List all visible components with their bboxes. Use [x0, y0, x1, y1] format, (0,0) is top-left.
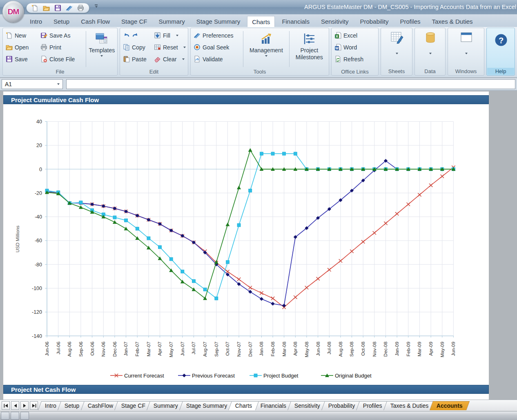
ribbon-tab-bar: IntroSetupCash FlowStage CFSummaryStage …	[0, 14, 517, 27]
cumulative-cash-flow-chart: 40200-20-40-60-80-100-120-140Jun-06Jul-0…	[3, 105, 489, 384]
sheet-tab-charts[interactable]: Charts	[228, 401, 259, 410]
clear-dropdown-icon	[182, 58, 185, 60]
ribbon-tab-stage-cf[interactable]: Stage CF	[117, 16, 152, 27]
new-document-icon[interactable]	[31, 4, 38, 11]
ribbon-tab-charts[interactable]: Charts	[247, 16, 275, 27]
y-axis-tick-label: 40	[36, 119, 42, 125]
goal-seek-button[interactable]: Goal Seek	[192, 41, 242, 53]
x-axis-tick-label: Dec-07	[248, 342, 253, 357]
validate-button[interactable]: Validate	[192, 53, 242, 65]
redo-icon[interactable]	[132, 32, 139, 39]
customize-quick-access-icon[interactable]	[95, 4, 98, 8]
view-mode-button-2[interactable]	[11, 412, 19, 420]
x-axis-tick-label: Jul-07	[191, 342, 196, 354]
help-button[interactable]: ? Help	[486, 28, 515, 76]
name-box-dropdown-icon	[57, 83, 60, 85]
reset-icon	[154, 44, 161, 51]
svg-text:Original Budget: Original Budget	[335, 373, 372, 379]
windows-button[interactable]: Windows	[448, 28, 484, 76]
undo-icon[interactable]	[123, 32, 130, 39]
excel-button[interactable]: XExcel	[333, 29, 377, 41]
new-document-icon	[6, 32, 13, 39]
view-mode-button-1[interactable]	[1, 412, 9, 420]
x-axis-tick-label: Jan-07	[124, 342, 129, 356]
ribbon-tab-cash-flow[interactable]: Cash Flow	[76, 16, 114, 27]
y-axis-tick-label: -20	[35, 190, 42, 196]
paste-button[interactable]: Paste	[122, 53, 153, 65]
ribbon-tab-probability[interactable]: Probability	[355, 16, 393, 27]
ribbon-tab-setup[interactable]: Setup	[49, 16, 74, 27]
sheet-tab-accounts[interactable]: Accounts	[430, 401, 470, 410]
sheet-tab-sensitivity[interactable]: Sensitivity	[287, 401, 327, 410]
clear-button[interactable]: Clear	[153, 53, 187, 65]
print-icon[interactable]	[77, 4, 84, 11]
ribbon-tab-sensitivity[interactable]: Sensitivity	[316, 16, 353, 27]
management-button[interactable]: Management	[245, 29, 287, 69]
name-box[interactable]: A1	[2, 79, 63, 89]
copy-button[interactable]: Copy	[122, 41, 153, 53]
word-button[interactable]: WWord	[333, 41, 377, 53]
open-icon[interactable]	[43, 4, 50, 11]
save-button[interactable]: Save	[4, 53, 39, 65]
x-axis-tick-label: Nov-07	[236, 342, 241, 357]
x-axis-tick-label: Jun-06	[45, 342, 49, 356]
sheet-tab-probability[interactable]: Probability	[321, 401, 362, 410]
ribbon-tab-profiles[interactable]: Profiles	[395, 16, 425, 27]
print-button[interactable]: Print	[39, 41, 85, 53]
help-icon: ?	[494, 33, 508, 47]
y-axis-tick-label: -80	[35, 262, 42, 268]
sheet-tab-financials[interactable]: Financials	[254, 401, 293, 410]
data-dropdown-icon	[429, 53, 432, 54]
ribbon-tab-taxes-duties[interactable]: Taxes & Duties	[428, 16, 477, 27]
x-axis-tick-label: Aug-07	[203, 342, 207, 357]
clear-eraser-icon	[154, 56, 161, 63]
ribbon-tab-intro[interactable]: Intro	[25, 16, 47, 27]
ribbon-tab-stage-summary[interactable]: Stage Summary	[192, 16, 245, 27]
sheets-button[interactable]: Sheets	[381, 28, 412, 76]
x-axis-tick-label: Sep-06	[78, 342, 83, 357]
group-label-data: Data	[415, 68, 445, 75]
next-sheet-icon[interactable]	[20, 401, 29, 410]
ribbon-tab-summary[interactable]: Summary	[154, 16, 189, 27]
sheet-tab-taxes-duties[interactable]: Taxes & Duties	[383, 401, 435, 410]
reset-button[interactable]: Reset	[153, 41, 187, 53]
y-axis-tick-label: 20	[36, 143, 42, 148]
view-mode-button-3[interactable]	[20, 412, 29, 420]
project-milestones-button[interactable]: Project Milestones	[291, 29, 328, 69]
open-button[interactable]: Open	[4, 41, 39, 53]
y-axis-tick-label: -120	[32, 309, 42, 315]
last-sheet-icon[interactable]	[30, 401, 38, 410]
application-window: ARGUS EstateMaster DM - DM_CS005 - Impor…	[0, 0, 517, 420]
previous-sheet-icon[interactable]	[11, 401, 19, 410]
legend-item-current-forecast: Current Forecast	[110, 373, 164, 379]
y-axis-title: USD Millions	[15, 226, 20, 252]
x-axis-tick-label: Mar-07	[146, 342, 151, 356]
x-axis-tick-label: Jan-08	[259, 342, 264, 356]
y-axis-tick-label: -140	[32, 333, 42, 339]
close-file-button[interactable]: Close File	[39, 53, 85, 65]
x-axis-tick-label: Feb-08	[270, 342, 275, 356]
milestones-sliders-icon	[302, 32, 316, 46]
refresh-button[interactable]: Refresh	[333, 53, 377, 65]
preferences-icon	[194, 32, 201, 39]
data-button[interactable]: Data	[414, 28, 446, 76]
x-axis-tick-label: Apr-09	[428, 342, 433, 356]
app-menu-button[interactable]: DM	[2, 1, 24, 22]
word-icon: W	[334, 44, 341, 51]
goal-seek-target-icon	[194, 44, 201, 51]
preferences-button[interactable]: Preferences	[192, 29, 242, 41]
fill-button[interactable]: Fill	[153, 29, 187, 41]
sheet-tab-summary[interactable]: Summary	[147, 401, 185, 410]
sheet-tab-cashflow[interactable]: CashFlow	[81, 401, 120, 410]
ribbon-tab-financials[interactable]: Financials	[277, 16, 314, 27]
save-as-button[interactable]: Save As	[39, 29, 85, 41]
sheet-tab-stage-summary[interactable]: Stage Summary	[179, 401, 234, 410]
save-icon[interactable]	[54, 4, 61, 11]
new-button[interactable]: New	[4, 29, 39, 41]
templates-button[interactable]: Templates	[87, 29, 116, 69]
formula-input[interactable]	[66, 79, 515, 89]
tools-icon[interactable]	[66, 4, 73, 11]
sheet-tab-bar: IntroSetupCashFlowStage CFSummaryStage S…	[0, 400, 517, 411]
reset-dropdown-icon	[183, 47, 186, 48]
first-sheet-icon[interactable]	[2, 401, 10, 410]
